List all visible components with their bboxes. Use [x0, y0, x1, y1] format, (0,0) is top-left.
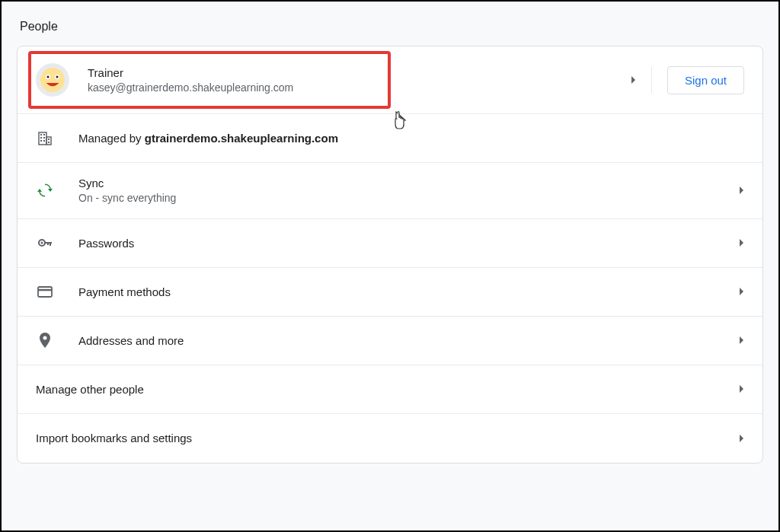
svg-point-22 — [43, 336, 47, 340]
svg-point-0 — [40, 68, 65, 92]
profile-name: Trainer — [88, 65, 619, 81]
chevron-right-icon — [631, 73, 636, 87]
svg-rect-20 — [38, 287, 52, 297]
sign-out-button[interactable]: Sign out — [667, 66, 744, 94]
passwords-title: Passwords — [78, 235, 727, 251]
svg-rect-5 — [39, 132, 46, 145]
location-icon — [36, 331, 54, 349]
managed-by-text: Managed by gtrainerdemo.shakeuplearning.… — [78, 130, 744, 146]
svg-rect-19 — [47, 242, 49, 245]
svg-rect-6 — [46, 137, 51, 145]
credit-card-icon — [36, 282, 54, 301]
import-row[interactable]: Import bookmarks and settings — [18, 414, 762, 463]
chevron-right-icon — [740, 382, 744, 396]
payment-title: Payment methods — [78, 284, 727, 300]
profile-email: kasey@gtrainerdemo.shakeuplearning.com — [88, 81, 619, 96]
payment-row[interactable]: Payment methods — [18, 268, 762, 317]
svg-rect-18 — [50, 242, 51, 246]
svg-rect-9 — [40, 137, 42, 139]
sync-status: On - sync everything — [78, 191, 727, 206]
manage-people-row[interactable]: Manage other people — [18, 365, 762, 414]
profile-row[interactable]: Trainer kasey@gtrainerdemo.shakeuplearni… — [18, 46, 762, 114]
sync-title: Sync — [78, 175, 727, 191]
svg-rect-8 — [43, 134, 45, 135]
chevron-right-icon — [740, 432, 744, 445]
avatar — [36, 63, 69, 97]
manage-people-title: Manage other people — [36, 381, 727, 397]
divider — [651, 66, 652, 94]
sync-icon — [36, 181, 54, 199]
chevron-right-icon — [740, 285, 744, 298]
svg-point-2 — [47, 76, 50, 78]
svg-rect-13 — [48, 139, 50, 140]
section-title: People — [2, 2, 778, 46]
people-card: Trainer kasey@gtrainerdemo.shakeuplearni… — [17, 46, 763, 464]
addresses-row[interactable]: Addresses and more — [18, 317, 762, 365]
chevron-right-icon — [740, 236, 744, 250]
passwords-row[interactable]: Passwords — [18, 219, 762, 268]
managed-by-row: Managed by gtrainerdemo.shakeuplearning.… — [18, 114, 762, 163]
addresses-title: Addresses and more — [78, 333, 727, 349]
sync-row[interactable]: Sync On - sync everything — [18, 163, 762, 219]
svg-point-4 — [56, 76, 59, 78]
chevron-right-icon — [740, 183, 744, 197]
svg-rect-14 — [48, 142, 50, 143]
svg-point-16 — [41, 242, 43, 244]
svg-rect-10 — [43, 137, 45, 139]
chevron-right-icon — [740, 333, 744, 347]
svg-rect-11 — [40, 140, 42, 142]
organization-icon — [36, 129, 54, 148]
import-title: Import bookmarks and settings — [36, 430, 727, 446]
svg-rect-7 — [40, 134, 42, 135]
key-icon — [36, 234, 54, 252]
svg-rect-12 — [43, 140, 45, 142]
